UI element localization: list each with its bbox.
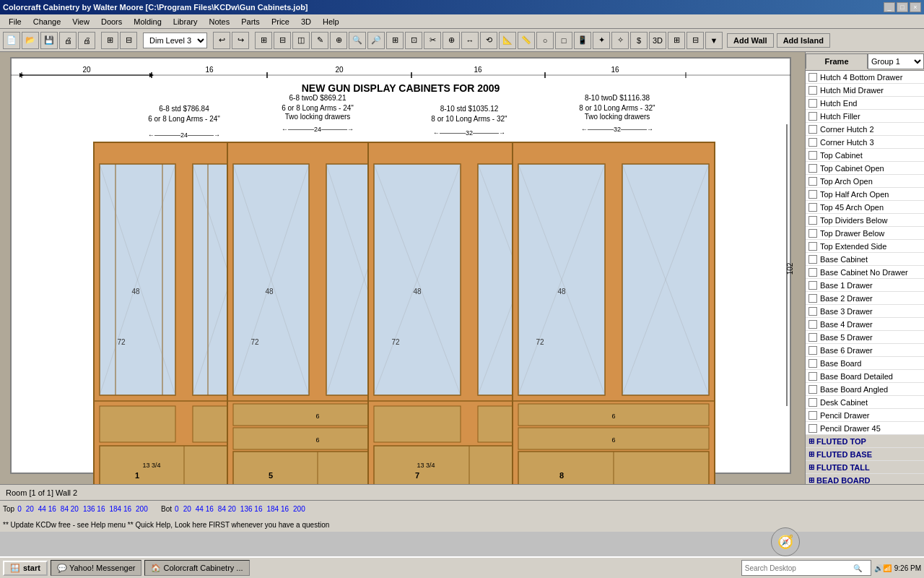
tool19-btn[interactable]: ✦ xyxy=(593,32,610,49)
menu-3d[interactable]: 3D xyxy=(295,16,317,27)
checkbox[interactable] xyxy=(808,203,817,212)
tool1-btn[interactable]: ⊞ xyxy=(255,32,272,49)
panel-item[interactable]: Base 4 Drawer xyxy=(806,318,924,331)
panel-item[interactable]: Base 3 Drawer xyxy=(806,305,924,318)
tool23-btn[interactable]: ⊞ xyxy=(668,32,685,49)
undo-button[interactable]: ↩ xyxy=(213,32,230,49)
panel-item[interactable]: Top Cabinet xyxy=(806,149,924,162)
panel-item[interactable]: Base 6 Drawer xyxy=(806,344,924,357)
menu-molding[interactable]: Molding xyxy=(128,16,167,27)
tool10-btn[interactable]: ✂ xyxy=(424,32,441,49)
panel-item[interactable]: Base Board Detailed xyxy=(806,370,924,383)
checkbox[interactable] xyxy=(808,86,817,95)
panel-item[interactable]: Base Board xyxy=(806,357,924,370)
checkbox[interactable] xyxy=(808,112,817,121)
panel-item[interactable]: Base Board Angled xyxy=(806,383,924,396)
panel-item[interactable]: Desk Cabinet xyxy=(806,396,924,409)
checkbox[interactable] xyxy=(808,372,817,381)
checkbox[interactable] xyxy=(808,281,817,290)
tool12-btn[interactable]: ↔ xyxy=(461,32,479,49)
menu-view[interactable]: View xyxy=(66,16,95,27)
panel-item[interactable]: Top Drawer Below xyxy=(806,227,924,240)
group-select[interactable]: Group 1 xyxy=(868,53,924,69)
frame-tab[interactable]: Frame xyxy=(806,53,868,69)
tool9-btn[interactable]: ⊡ xyxy=(405,32,422,49)
checkbox[interactable] xyxy=(808,151,817,160)
tool4-btn[interactable]: ✎ xyxy=(311,32,328,49)
checkbox[interactable] xyxy=(808,359,817,368)
add-wall-button[interactable]: Add Wall xyxy=(727,33,774,48)
maximize-button[interactable]: □ xyxy=(897,2,908,12)
panel-item[interactable]: Hutch 4 Bottom Drawer xyxy=(806,71,924,84)
panel-item[interactable]: Top Arch Open xyxy=(806,175,924,188)
checkbox[interactable] xyxy=(808,333,817,342)
menu-price[interactable]: Price xyxy=(266,16,295,27)
search-bar[interactable]: 🔍 xyxy=(741,560,871,576)
checkbox[interactable] xyxy=(808,177,817,186)
panel-item[interactable]: ⊞FLUTED TOP xyxy=(806,435,924,448)
checkbox[interactable] xyxy=(808,138,817,147)
checkbox[interactable] xyxy=(808,99,817,108)
print2-button[interactable]: 🖨 xyxy=(78,32,95,49)
tool3-btn[interactable]: ◫ xyxy=(292,32,310,49)
tool11-btn[interactable]: ⊕ xyxy=(443,32,460,49)
tool14-btn[interactable]: 📐 xyxy=(499,32,516,49)
redo-button[interactable]: ↪ xyxy=(232,32,249,49)
search-icon[interactable]: 🔍 xyxy=(853,564,862,572)
tool20-btn[interactable]: ✧ xyxy=(611,32,629,49)
tool25-btn[interactable]: ▼ xyxy=(705,32,723,49)
checkbox[interactable] xyxy=(808,411,817,420)
tool18-btn[interactable]: 📱 xyxy=(574,32,591,49)
panel-item[interactable]: Top Cabinet Open xyxy=(806,162,924,175)
panel-item[interactable]: Base 5 Drawer xyxy=(806,331,924,344)
tool7-btn[interactable]: 🔎 xyxy=(367,32,385,49)
menu-file[interactable]: File xyxy=(3,16,27,27)
dim-level-select[interactable]: Dim Level 3 xyxy=(143,33,207,48)
checkbox[interactable] xyxy=(808,268,817,277)
panel-item[interactable]: Base Cabinet No Drawer xyxy=(806,266,924,279)
menu-parts[interactable]: Parts xyxy=(235,16,266,27)
search-input[interactable] xyxy=(745,564,853,572)
start-button[interactable]: 🪟 start xyxy=(3,561,48,576)
taskbar-colorcraft[interactable]: 🏠 Colorcraft Cabinetry ... xyxy=(144,560,249,576)
panel-item[interactable]: Top Half Arch Open xyxy=(806,188,924,201)
tool24-btn[interactable]: ⊟ xyxy=(687,32,704,49)
checkbox[interactable] xyxy=(808,164,817,173)
checkbox[interactable] xyxy=(808,294,817,303)
checkbox[interactable] xyxy=(808,216,817,225)
checkbox[interactable] xyxy=(808,242,817,251)
canvas-area[interactable]: NEW GUN DISPLAY CABINETS FOR 2009 20 16 … xyxy=(0,52,805,484)
print-button[interactable]: 🖨 xyxy=(59,32,77,49)
tool22-btn[interactable]: 3D xyxy=(649,32,666,49)
panel-item[interactable]: Base 1 Drawer xyxy=(806,279,924,292)
checkbox[interactable] xyxy=(808,307,817,316)
tool21-btn[interactable]: $ xyxy=(630,32,648,49)
checkbox[interactable] xyxy=(808,190,817,199)
panel-item[interactable]: Corner Hutch 3 xyxy=(806,136,924,149)
nav-widget[interactable]: 🧭 xyxy=(771,527,800,556)
tool16-btn[interactable]: ○ xyxy=(536,32,554,49)
tool2-btn[interactable]: ⊟ xyxy=(274,32,291,49)
panel-item[interactable]: ⊞BEAD BOARD xyxy=(806,474,924,484)
checkbox[interactable] xyxy=(808,398,817,407)
panel-item[interactable]: Hutch End xyxy=(806,97,924,110)
checkbox[interactable] xyxy=(808,255,817,264)
taskbar-yahoo-messenger[interactable]: 💬 Yahoo! Messenger xyxy=(51,560,142,576)
checkbox[interactable] xyxy=(808,320,817,329)
panel-list[interactable]: Hutch 4 Bottom DrawerHutch Mid DrawerHut… xyxy=(806,71,924,484)
tool17-btn[interactable]: □ xyxy=(555,32,572,49)
panel-item[interactable]: Top Dividers Below xyxy=(806,214,924,227)
panel-item[interactable]: ⊞FLUTED TALL xyxy=(806,461,924,474)
checkbox[interactable] xyxy=(808,385,817,394)
panel-item[interactable]: Base Cabinet xyxy=(806,253,924,266)
panel-item[interactable]: Corner Hutch 2 xyxy=(806,123,924,136)
menu-notes[interactable]: Notes xyxy=(203,16,235,27)
panel-item[interactable]: Top Extended Side xyxy=(806,240,924,253)
close-button[interactable]: × xyxy=(910,2,921,12)
tool5-btn[interactable]: ⊕ xyxy=(330,32,347,49)
tool6-btn[interactable]: 🔍 xyxy=(349,32,366,49)
tool13-btn[interactable]: ⟲ xyxy=(480,32,497,49)
checkbox[interactable] xyxy=(808,424,817,433)
menu-library[interactable]: Library xyxy=(167,16,204,27)
checkbox[interactable] xyxy=(808,229,817,238)
